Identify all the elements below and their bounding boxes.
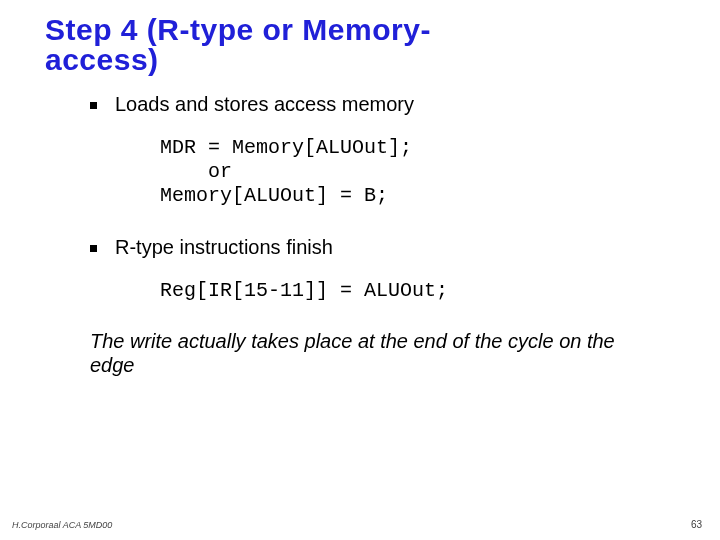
bullet-item: R-type instructions finish [0,236,720,259]
slide-content: Loads and stores access memory MDR = Mem… [0,75,720,377]
slide-title: Step 4 (R-type or Memory- access) [0,0,720,75]
page-number: 63 [691,519,702,530]
title-line-1: Step 4 (R-type or Memory- [45,13,431,46]
slide-note: The write actually takes place at the en… [0,329,720,377]
title-line-2: access) [45,43,159,76]
square-bullet-icon [90,102,97,109]
bullet-text: R-type instructions finish [115,236,333,259]
code-block-2: Reg[IR[15-11]] = ALUOut; [0,279,720,303]
footer-author: H.Corporaal ACA 5MD00 [12,520,112,530]
bullet-text: Loads and stores access memory [115,93,414,116]
code-block-1: MDR = Memory[ALUOut]; or Memory[ALUOut] … [0,136,720,208]
square-bullet-icon [90,245,97,252]
bullet-item: Loads and stores access memory [0,93,720,116]
